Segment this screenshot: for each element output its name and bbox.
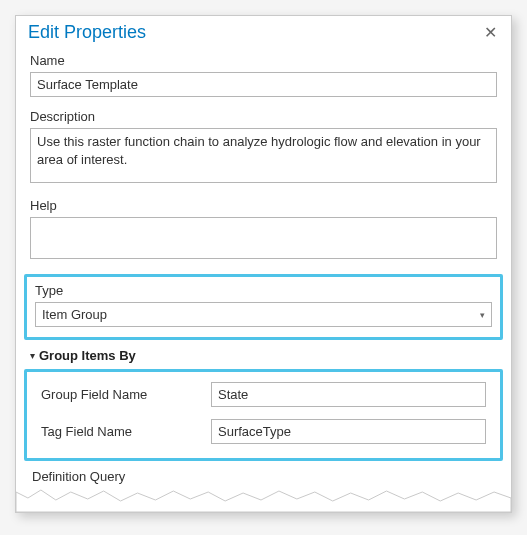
type-select-value: Item Group (35, 302, 492, 327)
dialog-header: Edit Properties ✕ (16, 16, 511, 47)
name-label: Name (30, 53, 497, 68)
group-field-row: Group Field Name (41, 382, 486, 407)
type-highlight-box: Type Item Group ▾ (24, 274, 503, 340)
close-button[interactable]: ✕ (480, 23, 501, 43)
group-items-by-header[interactable]: ▾ Group Items By (30, 348, 497, 363)
description-field-block: Description (30, 109, 497, 186)
type-label: Type (35, 283, 492, 298)
help-field-block: Help (30, 198, 497, 262)
name-field-block: Name (30, 53, 497, 97)
edit-properties-dialog: Edit Properties ✕ Name Description Help … (15, 15, 512, 513)
group-field-name-input[interactable] (211, 382, 486, 407)
torn-edge-decoration (16, 486, 511, 512)
help-input[interactable] (30, 217, 497, 259)
tag-field-name-input[interactable] (211, 419, 486, 444)
dialog-title: Edit Properties (28, 22, 146, 43)
group-fields-highlight-box: Group Field Name Tag Field Name (24, 369, 503, 461)
description-input[interactable] (30, 128, 497, 183)
type-select[interactable]: Item Group ▾ (35, 302, 492, 327)
name-input[interactable] (30, 72, 497, 97)
group-field-name-label: Group Field Name (41, 387, 211, 402)
dialog-body: Name Description Help Type Item Group ▾ … (16, 47, 511, 484)
tag-field-name-label: Tag Field Name (41, 424, 211, 439)
collapse-icon: ▾ (30, 350, 35, 361)
help-label: Help (30, 198, 497, 213)
group-items-by-title: Group Items By (39, 348, 136, 363)
description-label: Description (30, 109, 497, 124)
definition-query-label: Definition Query (32, 469, 497, 484)
tag-field-row: Tag Field Name (41, 419, 486, 444)
